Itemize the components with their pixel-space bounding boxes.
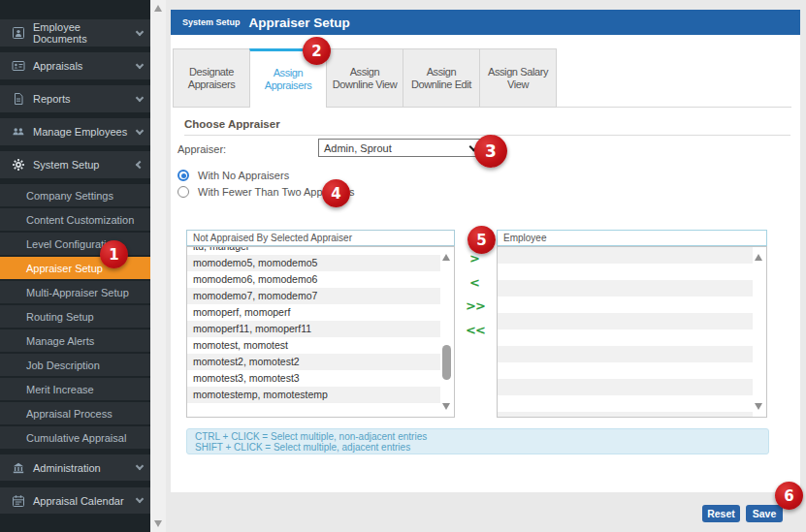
sidebar-scrollbar[interactable] bbox=[150, 0, 166, 532]
content-card: Designate Appraisers Assign Appraisers A… bbox=[171, 35, 800, 492]
sidebar-item-appraisals[interactable]: Appraisals bbox=[0, 52, 150, 79]
scroll-down-icon[interactable] bbox=[442, 403, 450, 410]
gear-icon bbox=[12, 158, 25, 172]
callout-badge-4: 4 bbox=[322, 179, 350, 207]
callout-badge-3: 3 bbox=[474, 135, 507, 168]
sidebar-item-label: Employee Documents bbox=[33, 21, 137, 45]
list-item[interactable]: momodemo7, momodemo7 bbox=[187, 288, 440, 304]
sidebar-item-label: Reports bbox=[33, 93, 71, 105]
list-item[interactable]: momotest, momotest bbox=[187, 337, 440, 354]
empty-row bbox=[498, 395, 753, 412]
tab-label: Assign Appraisers bbox=[252, 67, 324, 92]
save-button[interactable]: Save bbox=[746, 505, 783, 522]
left-list-header: Not Appraised By Selected Appraiser bbox=[186, 230, 455, 246]
scroll-down-icon[interactable] bbox=[755, 403, 762, 410]
sidebar-item-reports[interactable]: Reports bbox=[0, 85, 150, 112]
section-title: Choose Appraiser bbox=[184, 118, 280, 130]
scroll-down-icon[interactable] bbox=[154, 520, 162, 527]
appraiser-select[interactable]: Admin, Sprout bbox=[318, 139, 485, 157]
submenu-item-multi-appraiser-setup[interactable]: Multi-Appraiser Setup bbox=[0, 281, 150, 303]
list-item[interactable]: momoperf11, momoperf11 bbox=[187, 321, 440, 337]
scroll-up-icon[interactable] bbox=[442, 254, 450, 261]
not-appraised-listbox[interactable]: ltd, manager momodemo5, momodemo5 momode… bbox=[186, 246, 455, 418]
reset-button[interactable]: Reset bbox=[702, 505, 740, 522]
chevron-down-icon bbox=[136, 495, 144, 503]
submenu-item-appraiser-setup[interactable]: Appraiser Setup bbox=[0, 257, 150, 279]
submenu-item-content-customization[interactable]: Content Customization bbox=[0, 208, 150, 231]
sidebar-item-administration[interactable]: Administration bbox=[0, 454, 150, 481]
sidebar: Employee Documents Appraisals Reports Ma… bbox=[0, 0, 150, 532]
sidebar-item-employee-documents[interactable]: Employee Documents bbox=[0, 19, 150, 47]
list-item-clipped[interactable]: ltd, manager bbox=[187, 247, 440, 255]
empty-row bbox=[498, 362, 753, 379]
list-item[interactable]: momotest3, momotest3 bbox=[187, 370, 440, 387]
empty-row bbox=[498, 297, 753, 313]
submenu-item-routing-setup[interactable]: Routing Setup bbox=[0, 305, 150, 328]
empty-row bbox=[498, 412, 753, 418]
employee-list-scrollbar[interactable] bbox=[753, 248, 765, 416]
sidebar-item-appraisal-calendar[interactable]: Appraisal Calendar bbox=[0, 487, 150, 514]
tab-assign-salary-view[interactable]: Assign Salary View bbox=[479, 48, 557, 108]
sidebar-item-label: System Setup bbox=[33, 159, 99, 171]
list-item[interactable]: momodemo6, momodemo6 bbox=[187, 271, 440, 288]
sidebar-item-label: Manage Employees bbox=[33, 126, 127, 138]
tab-assign-downline-view[interactable]: Assign Downline View bbox=[326, 48, 403, 108]
tab-label: Assign Downline Edit bbox=[405, 66, 477, 91]
scroll-up-icon[interactable] bbox=[755, 254, 762, 261]
system-setup-submenu: Company Settings Content Customization L… bbox=[0, 184, 150, 449]
tab-assign-downline-edit[interactable]: Assign Downline Edit bbox=[403, 48, 480, 108]
sidebar-item-manage-employees[interactable]: Manage Employees bbox=[0, 118, 150, 145]
empty-row bbox=[498, 280, 753, 297]
chevron-left-icon bbox=[136, 161, 144, 169]
move-left-button[interactable]: < bbox=[466, 275, 483, 290]
list-item[interactable]: momoperf, momoperf bbox=[187, 304, 440, 321]
chevron-down-icon bbox=[136, 60, 144, 68]
submenu-label: Appraisal Process bbox=[26, 408, 113, 420]
radio-selected-icon[interactable] bbox=[177, 170, 189, 181]
submenu-label: Cumulative Appraisal bbox=[26, 432, 126, 444]
tab-designate-appraisers[interactable]: Designate Appraisers bbox=[173, 48, 250, 108]
submenu-label: Appraiser Setup bbox=[26, 263, 103, 274]
sidebar-item-system-setup[interactable]: System Setup bbox=[0, 151, 150, 178]
submenu-item-manage-alerts[interactable]: Manage Alerts bbox=[0, 329, 150, 352]
scrollbar-thumb[interactable] bbox=[442, 345, 451, 380]
submenu-item-job-description[interactable]: Job Description bbox=[0, 354, 150, 376]
submenu-label: Routing Setup bbox=[26, 311, 94, 323]
report-file-icon bbox=[12, 92, 25, 106]
empty-row bbox=[498, 313, 753, 329]
chevron-down-icon bbox=[136, 462, 144, 470]
sidebar-item-label: Appraisals bbox=[33, 60, 82, 72]
hint-line-1: CTRL + CLICK = Select multiple, non-adja… bbox=[195, 431, 760, 442]
empty-row bbox=[498, 264, 753, 280]
submenu-label: Job Description bbox=[26, 360, 100, 371]
empty-row bbox=[498, 247, 753, 264]
users-icon bbox=[12, 125, 25, 139]
submenu-item-appraisal-process[interactable]: Appraisal Process bbox=[0, 402, 150, 424]
scroll-up-icon[interactable] bbox=[154, 5, 162, 12]
chevron-down-icon bbox=[136, 126, 144, 134]
empty-row bbox=[498, 346, 753, 362]
left-list-scrollbar[interactable] bbox=[440, 248, 453, 416]
appraiser-label: Appraiser: bbox=[177, 143, 226, 155]
list-item[interactable]: momotestemp, momotestemp bbox=[187, 387, 440, 403]
callout-badge-5: 5 bbox=[467, 226, 496, 254]
hint-line-2: SHIFT + CLICK = Select multiple, adjacen… bbox=[195, 442, 760, 453]
chevron-down-icon bbox=[136, 27, 144, 35]
submenu-item-merit-increase[interactable]: Merit Increase bbox=[0, 378, 150, 400]
move-all-left-button[interactable]: << bbox=[466, 323, 483, 337]
id-card-icon bbox=[12, 59, 25, 73]
radio-with-no-appraisers[interactable]: With No Appraisers bbox=[177, 169, 289, 182]
appraiser-setup-page: Employee Documents Appraisals Reports Ma… bbox=[0, 0, 806, 532]
page-header: System Setup Appraiser Setup bbox=[171, 10, 800, 35]
move-all-right-button[interactable]: >> bbox=[466, 298, 483, 313]
building-icon bbox=[12, 461, 25, 475]
sidebar-item-label: Administration bbox=[33, 462, 101, 474]
tab-label: Designate Appraisers bbox=[176, 66, 247, 91]
submenu-item-cumulative-appraisal[interactable]: Cumulative Appraisal bbox=[0, 426, 150, 449]
employee-listbox[interactable] bbox=[497, 246, 767, 418]
list-item[interactable]: momodemo5, momodemo5 bbox=[187, 255, 440, 271]
radio-unselected-icon[interactable] bbox=[177, 186, 189, 198]
list-item[interactable]: momotest2, momotest2 bbox=[187, 354, 440, 370]
callout-badge-1: 1 bbox=[100, 240, 128, 268]
submenu-item-company-settings[interactable]: Company Settings bbox=[0, 184, 150, 206]
